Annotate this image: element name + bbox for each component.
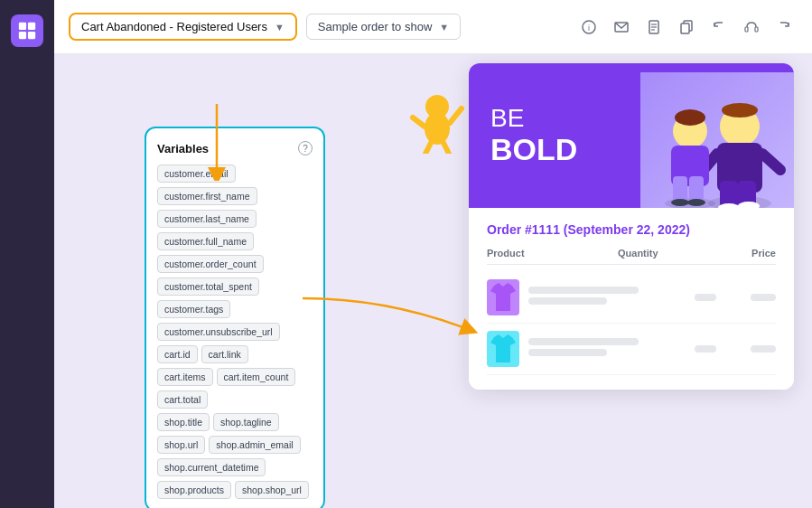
svg-point-30 — [722, 103, 758, 118]
mascot-icon — [406, 81, 469, 154]
variable-tag: shop.current_datetime — [157, 458, 266, 476]
svg-rect-3 — [28, 32, 35, 39]
variable-tag: customer.email — [157, 165, 236, 183]
col-quantity: Quantity — [618, 248, 658, 259]
variable-tag: customer.last_name — [157, 210, 257, 228]
variables-header: Variables ? — [157, 141, 313, 155]
variables-info-icon[interactable]: ? — [298, 141, 313, 155]
product-name-2 — [528, 338, 686, 360]
svg-rect-14 — [755, 27, 758, 32]
email-hero: BE BOLD — [469, 63, 794, 208]
variable-tag: customer.order_count — [157, 255, 264, 273]
svg-rect-2 — [19, 32, 26, 39]
product-name-bar-1 — [528, 287, 639, 294]
variable-tag: cart.link — [201, 345, 248, 363]
svg-rect-12 — [681, 24, 689, 33]
variable-tag: shop.url — [157, 436, 205, 454]
product-image-2 — [487, 331, 519, 367]
document-button[interactable] — [640, 14, 667, 41]
redo-icon — [777, 20, 791, 34]
headset-icon — [744, 20, 759, 34]
order-title: Order #1111 (September 22, 2022) — [487, 222, 776, 237]
variable-tag: shop.admin_email — [209, 436, 300, 454]
sidebar — [0, 0, 54, 508]
col-price: Price — [751, 248, 776, 259]
variable-tag: shop.title — [157, 413, 210, 431]
order-row-2 — [487, 324, 776, 375]
variable-tag: customer.tags — [157, 300, 230, 318]
variable-tag: customer.full_name — [157, 232, 254, 250]
chevron-down-icon-sample: ▼ — [439, 22, 449, 33]
variable-tag: cart.id — [157, 345, 198, 363]
order-row-1 — [487, 272, 776, 324]
product-name-bar-4 — [528, 349, 607, 356]
variable-tag: shop.tagline — [213, 413, 279, 431]
info-icon: i — [582, 20, 596, 34]
variables-tags: customer.emailcustomer.first_namecustome… — [157, 165, 313, 499]
hero-bold-text: BOLD — [490, 133, 577, 166]
campaign-dropdown-label: Cart Abandoned - Registered Users — [81, 20, 267, 33]
undo-button[interactable] — [705, 14, 733, 41]
toolbar: Cart Abandoned - Registered Users ▼ Samp… — [54, 0, 812, 54]
mail-icon — [614, 20, 629, 34]
svg-rect-1 — [28, 23, 35, 30]
sidebar-logo[interactable] — [11, 14, 43, 47]
redo-button[interactable] — [770, 14, 798, 41]
chevron-down-icon: ▼ — [275, 22, 285, 33]
product-qty-1 — [695, 294, 731, 301]
svg-point-36 — [671, 199, 689, 206]
headset-button[interactable] — [738, 14, 765, 41]
variable-tag: customer.first_name — [157, 187, 257, 205]
variable-tag: cart.total — [157, 390, 208, 409]
campaign-dropdown[interactable]: Cart Abandoned - Registered Users ▼ — [69, 13, 297, 41]
variable-tag: cart.item_count — [217, 368, 296, 386]
product-name-bar-3 — [528, 338, 639, 345]
svg-line-19 — [425, 143, 431, 154]
mascot-figure — [406, 81, 460, 145]
email-hero-text: BE BOLD — [490, 105, 577, 166]
hero-be-text: BE — [490, 105, 577, 133]
product-price-2 — [740, 345, 776, 353]
sample-order-dropdown[interactable]: Sample order to show ▼ — [306, 14, 461, 40]
arrow-to-email — [298, 280, 479, 353]
variable-tag: cart.items — [157, 368, 213, 386]
variable-tag: shop.shop_url — [235, 481, 309, 499]
people-illustration — [640, 72, 794, 208]
sample-order-label: Sample order to show — [318, 20, 432, 33]
col-product: Product — [487, 248, 525, 259]
shirt-icon-2 — [490, 334, 517, 364]
svg-line-20 — [443, 143, 449, 154]
email-button[interactable] — [608, 14, 635, 41]
svg-line-29 — [762, 154, 780, 170]
svg-rect-35 — [689, 176, 704, 202]
svg-point-37 — [687, 199, 705, 206]
variables-panel: Variables ? customer.emailcustomer.first… — [145, 127, 325, 508]
svg-point-38 — [675, 109, 705, 126]
shirt-icon-1 — [490, 282, 517, 313]
svg-point-16 — [425, 95, 449, 118]
toolbar-icons: i — [575, 14, 798, 41]
email-body: Order #1111 (September 22, 2022) Product… — [469, 208, 794, 390]
svg-rect-34 — [673, 176, 687, 202]
document-icon — [647, 20, 661, 34]
variables-title: Variables — [157, 142, 209, 155]
copy-button[interactable] — [673, 14, 700, 41]
variable-tag: shop.products — [157, 481, 231, 499]
info-button[interactable]: i — [575, 14, 602, 41]
svg-rect-13 — [745, 27, 748, 32]
svg-line-18 — [450, 108, 462, 123]
variable-tag: customer.unsubscribe_url — [157, 323, 280, 341]
svg-rect-0 — [19, 23, 26, 30]
email-hero-people — [640, 72, 794, 208]
app-logo-icon — [17, 21, 37, 41]
product-name-1 — [528, 287, 686, 308]
svg-line-17 — [413, 118, 425, 127]
copy-icon — [679, 20, 694, 34]
undo-icon — [712, 20, 726, 34]
product-name-bar-2 — [528, 297, 607, 305]
product-qty-2 — [695, 345, 731, 353]
variable-tag: customer.total_spent — [157, 278, 259, 296]
svg-text:i: i — [588, 24, 590, 33]
order-table-header: Product Quantity Price — [487, 248, 776, 265]
canvas-area: Variables ? customer.emailcustomer.first… — [54, 54, 812, 508]
